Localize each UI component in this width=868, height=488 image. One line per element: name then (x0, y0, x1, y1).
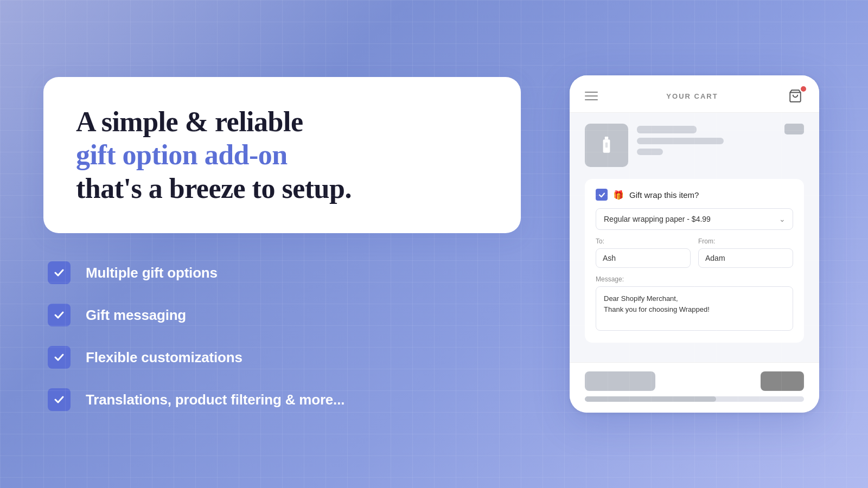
progress-bar-fill (585, 396, 716, 402)
wrapping-paper-select[interactable]: Regular wrapping paper - $4.99 Premium w… (596, 208, 793, 230)
product-image (585, 124, 628, 167)
checkmark-icon-4 (48, 388, 71, 411)
cart-badge (800, 85, 807, 93)
product-delete-skeleton (784, 124, 804, 134)
from-input[interactable] (698, 248, 793, 268)
wrapping-dropdown-wrap: Regular wrapping paper - $4.99 Premium w… (596, 208, 793, 230)
hero-line1: A simple & reliable (76, 106, 303, 137)
continue-shopping-button[interactable] (585, 371, 655, 391)
page-layout: A simple & reliable gift option add-on t… (0, 0, 868, 488)
checkout-button[interactable] (761, 371, 804, 391)
cart-footer (570, 362, 819, 413)
left-panel: A simple & reliable gift option add-on t… (43, 77, 521, 411)
right-panel: YOUR CART (564, 75, 825, 413)
hero-text: A simple & reliable gift option add-on t… (76, 105, 488, 205)
svg-rect-3 (605, 143, 608, 148)
feature-item-1: Multiple gift options (48, 261, 521, 284)
gift-emoji: 🎁 (613, 190, 624, 200)
feature-item-2: Gift messaging (48, 304, 521, 326)
phone-mockup: YOUR CART (570, 75, 819, 413)
product-subtitle-skeleton (637, 138, 724, 144)
cart-title: YOUR CART (666, 92, 718, 100)
from-field-group: From: (698, 237, 793, 268)
checkmark-icon-2 (48, 304, 71, 326)
to-input[interactable] (596, 248, 691, 268)
from-label: From: (698, 237, 793, 245)
hero-card: A simple & reliable gift option add-on t… (43, 77, 521, 233)
gift-wrap-label: Gift wrap this item? (629, 190, 699, 200)
footer-buttons (585, 371, 804, 391)
message-label: Message: (596, 275, 793, 283)
progress-bar (585, 396, 804, 402)
feature-label-2: Gift messaging (86, 307, 186, 324)
checkmark-icon-1 (48, 261, 71, 284)
to-label: To: (596, 237, 691, 245)
to-from-row: To: From: (596, 237, 793, 268)
feature-label-3: Flexible customizations (86, 349, 242, 366)
bottle-icon (598, 137, 615, 154)
feature-item-4: Translations, product filtering & more..… (48, 388, 521, 411)
cart-icon-wrap[interactable] (787, 87, 804, 105)
hamburger-icon[interactable] (585, 92, 598, 100)
checkmark-icon-3 (48, 346, 71, 369)
gift-wrap-section: 🎁 Gift wrap this item? Regular wrapping … (585, 179, 804, 343)
feature-label-4: Translations, product filtering & more..… (86, 391, 344, 408)
feature-label-1: Multiple gift options (86, 265, 218, 281)
message-section: Message: Dear Shopify Merchant, Thank yo… (596, 275, 793, 333)
hero-line3: that's a breeze to setup. (76, 173, 352, 204)
product-row (585, 124, 804, 167)
svg-rect-1 (605, 137, 608, 139)
features-list: Multiple gift options Gift messaging Fle… (43, 261, 521, 411)
feature-item-3: Flexible customizations (48, 346, 521, 369)
cart-body: 🎁 Gift wrap this item? Regular wrapping … (570, 113, 819, 362)
to-field-group: To: (596, 237, 691, 268)
message-textarea[interactable]: Dear Shopify Merchant, Thank you for cho… (596, 286, 793, 331)
product-info (637, 124, 776, 155)
hero-line2: gift option add-on (76, 139, 288, 170)
cart-header: YOUR CART (570, 75, 819, 113)
gift-wrap-row: 🎁 Gift wrap this item? (596, 189, 793, 201)
product-price-skeleton (637, 149, 663, 155)
product-title-skeleton (637, 126, 697, 133)
gift-wrap-checkbox[interactable] (596, 189, 608, 201)
